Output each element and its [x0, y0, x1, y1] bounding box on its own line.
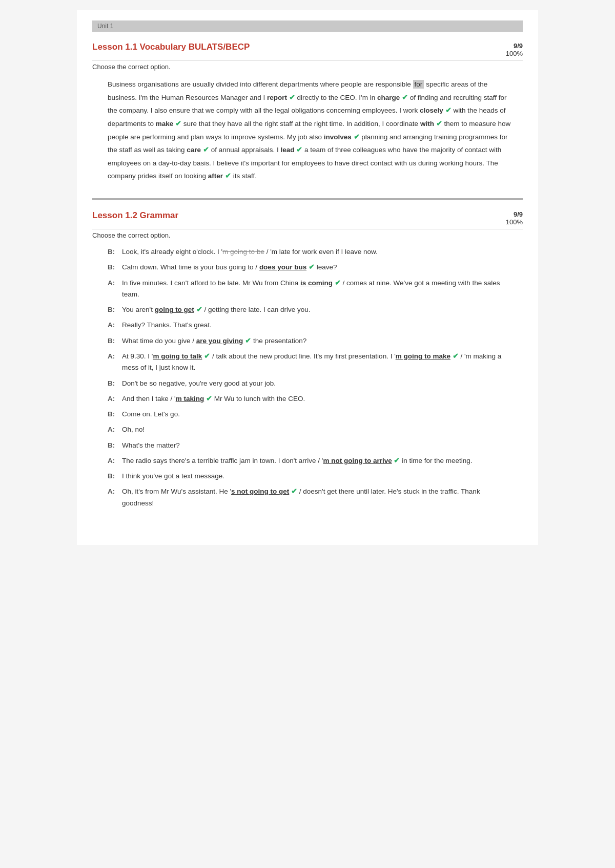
dialogue-item-4: B: You aren't going to get ✔ / getting t…	[108, 304, 512, 315]
check-make: ✔	[175, 120, 181, 128]
dialogue-item-2: B: Calm down. What time is your bus goin…	[108, 262, 512, 273]
dialogue-item-8: B: Don't be so negative, you're very goo…	[108, 378, 512, 389]
lesson-1-score-percent: 100%	[492, 50, 523, 57]
utterance-10: Come on. Let's go.	[122, 409, 512, 420]
check-6: ✔	[245, 337, 251, 345]
speaker-8: B:	[108, 378, 122, 389]
utterance-13: The radio says there's a terrible traffi…	[122, 455, 512, 467]
check-2: ✔	[309, 263, 315, 271]
dialogue-item-10: B: Come on. Let's go.	[108, 409, 512, 420]
dialogue-item-13: A: The radio says there's a terrible tra…	[108, 455, 512, 467]
answer-is-coming: is coming	[300, 279, 333, 287]
utterance-15: Oh, it's from Mr Wu's assistant. He 's n…	[122, 486, 512, 509]
check-7b: ✔	[453, 352, 459, 360]
answer-involves: involves	[324, 133, 352, 141]
dialogue-item-15: A: Oh, it's from Mr Wu's assistant. He '…	[108, 486, 512, 509]
speaker-1: B:	[108, 246, 122, 258]
answer-are-you-giving: are you giving	[196, 337, 243, 345]
check-charge: ✔	[402, 94, 408, 101]
answer-going-to-get: going to get	[155, 306, 194, 313]
lesson-2-header: Lesson 1.2 Grammar 9/9 100%	[92, 210, 523, 229]
speaker-2: B:	[108, 262, 122, 273]
answer-lead: lead	[280, 146, 294, 154]
speaker-7: A:	[108, 351, 122, 374]
dialogue-item-3: A: In five minutes. I can't afford to be…	[108, 278, 512, 301]
speaker-10: B:	[108, 409, 122, 420]
dialogue-item-14: B: I think you've got a text message.	[108, 471, 512, 482]
dialogue-item-6: B: What time do you give / are you givin…	[108, 335, 512, 347]
check-13: ✔	[394, 457, 400, 464]
unit-label: Unit 1	[97, 23, 113, 30]
check-with: ✔	[436, 120, 442, 128]
lesson-1-header: Lesson 1.1 Vocabulary BULATS/BECP 9/9 10…	[92, 42, 523, 61]
answer-care: care	[187, 146, 201, 154]
answer-m-taking: m taking	[176, 395, 204, 403]
lesson-2-score-percent: 100%	[492, 218, 523, 226]
lesson-1-title: Lesson 1.1 Vocabulary BULATS/BECP	[92, 42, 250, 52]
answer-report: report	[267, 94, 287, 101]
utterance-11: Oh, no!	[122, 424, 512, 435]
speaker-6: B:	[108, 335, 122, 347]
check-report: ✔	[289, 94, 295, 101]
answer-after: after	[208, 172, 223, 180]
answer-m-going-to-make: m going to make	[396, 352, 450, 360]
check-15: ✔	[291, 488, 297, 495]
answer-for: for	[413, 80, 424, 89]
check-9: ✔	[206, 395, 212, 403]
utterance-4: You aren't going to get ✔ / getting ther…	[122, 304, 512, 315]
lesson-2-score-fraction: 9/9	[492, 210, 523, 218]
page-container: Unit 1 Lesson 1.1 Vocabulary BULATS/BECP…	[77, 10, 538, 545]
speaker-15: A:	[108, 486, 122, 509]
lesson-2-score: 9/9 100%	[492, 210, 523, 226]
check-7a: ✔	[204, 352, 210, 360]
check-lead: ✔	[296, 146, 302, 154]
dialogue-item-1: B: Look, it's already eight o'clock. I '…	[108, 246, 512, 258]
utterance-9: And then I take / 'm taking ✔ Mr Wu to l…	[122, 393, 512, 405]
speaker-3: A:	[108, 278, 122, 301]
dialogue-item-12: B: What's the matter?	[108, 440, 512, 451]
answer-m-going-to-talk: m going to talk	[153, 352, 202, 360]
check-after: ✔	[225, 172, 231, 180]
unit-bar: Unit 1	[92, 20, 523, 32]
lesson-1-score: 9/9 100%	[492, 42, 523, 57]
speaker-4: B:	[108, 304, 122, 315]
answer-make: make	[156, 120, 174, 128]
dialogue-item-7: A: At 9.30. I 'm going to talk ✔ / talk …	[108, 351, 512, 374]
check-4: ✔	[196, 306, 202, 313]
answer-s-not-going-to-get: s not going to get	[231, 488, 289, 495]
check-closely: ✔	[445, 107, 452, 114]
answer-charge: charge	[377, 94, 400, 101]
utterance-5: Really? Thanks. That's great.	[122, 320, 512, 331]
lesson-1-score-fraction: 9/9	[492, 42, 523, 50]
lesson-2-title: Lesson 1.2 Grammar	[92, 210, 178, 221]
lesson-1-section: Lesson 1.1 Vocabulary BULATS/BECP 9/9 10…	[92, 42, 523, 183]
speaker-9: A:	[108, 393, 122, 405]
answer-with: with	[420, 120, 434, 128]
lesson-1-passage: Business organisations are usually divid…	[108, 78, 512, 183]
speaker-5: A:	[108, 320, 122, 331]
dialogue-list: B: Look, it's already eight o'clock. I '…	[108, 246, 512, 509]
utterance-12: What's the matter?	[122, 440, 512, 451]
utterance-2: Calm down. What time is your bus going t…	[122, 262, 512, 273]
answer-m-not-going-to-arrive: m not going to arrive	[323, 457, 392, 464]
speaker-13: A:	[108, 455, 122, 467]
utterance-7: At 9.30. I 'm going to talk ✔ / talk abo…	[122, 351, 512, 374]
dialogue-item-5: A: Really? Thanks. That's great.	[108, 320, 512, 331]
check-3: ✔	[335, 279, 341, 287]
utterance-8: Don't be so negative, you're very good a…	[122, 378, 512, 389]
check-care: ✔	[203, 146, 209, 154]
check-involves: ✔	[354, 133, 360, 141]
utterance-6: What time do you give / are you giving ✔…	[122, 335, 512, 347]
dialogue-item-11: A: Oh, no!	[108, 424, 512, 435]
utterance-14: I think you've got a text message.	[122, 471, 512, 482]
lesson-2-section: Lesson 1.2 Grammar 9/9 100% Choose the c…	[92, 210, 523, 509]
lesson-2-instruction: Choose the correct option.	[92, 231, 523, 239]
speaker-11: A:	[108, 424, 122, 435]
dialogue-item-9: A: And then I take / 'm taking ✔ Mr Wu t…	[108, 393, 512, 405]
answer-does-your-bus: does your bus	[259, 263, 306, 271]
utterance-1: Look, it's already eight o'clock. I 'm g…	[122, 246, 512, 258]
utterance-3: In five minutes. I can't afford to be la…	[122, 278, 512, 301]
speaker-14: B:	[108, 471, 122, 482]
speaker-12: B:	[108, 440, 122, 451]
section-separator	[92, 198, 523, 200]
